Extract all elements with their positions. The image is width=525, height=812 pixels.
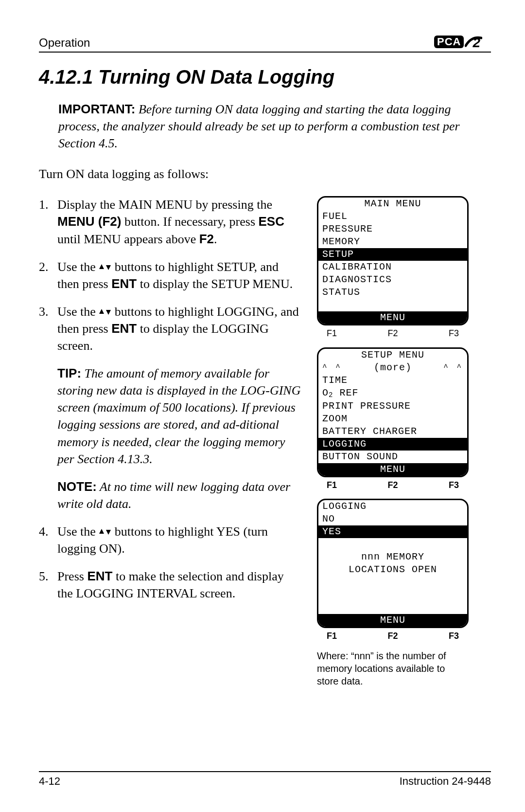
list-item: O2 REF xyxy=(318,387,467,400)
blank-row xyxy=(318,576,467,589)
svg-marker-1 xyxy=(106,265,111,270)
fkey-f1: F1 xyxy=(327,479,337,491)
step-4: 4. Use the buttons to highlight YES (tur… xyxy=(39,523,301,557)
list-item: FUEL xyxy=(318,210,467,223)
logo-2: 2 xyxy=(472,35,480,51)
step-1-esc: ESC xyxy=(259,214,284,229)
step-1g: . xyxy=(214,232,217,246)
svg-marker-4 xyxy=(99,529,104,534)
screen-title: SETUP MENU xyxy=(318,349,467,361)
caret-up-icon: ^ ^ xyxy=(322,361,342,374)
note-prefix: NOTE: xyxy=(57,479,97,494)
memory-line-2: LOCATIONS OPEN xyxy=(318,563,467,576)
svg-marker-3 xyxy=(106,310,111,315)
step-5-ent: ENT xyxy=(87,569,112,583)
screen-main-menu: MAIN MENU FUEL PRESSURE MEMORY SETUP CAL… xyxy=(317,196,469,325)
fkey-f2: F2 xyxy=(387,479,398,491)
step-1a: Display the MAIN MENU by pressing the xyxy=(57,198,272,212)
more-row: ^ ^ (more) ^ ^ xyxy=(318,361,467,374)
list-item: DIAGNOSTICS xyxy=(318,273,467,286)
svg-marker-2 xyxy=(99,309,104,314)
step-4a: Use the xyxy=(57,524,99,539)
step-number: 4. xyxy=(39,523,51,557)
screen-caption: Where: “nnn” is the number of memory loc… xyxy=(317,650,469,687)
tip-block: TIP: The amount of memory available for … xyxy=(57,365,301,468)
page-title: 4.12.1 Turning ON Data Logging xyxy=(39,66,491,88)
screen-title: MAIN MENU xyxy=(318,198,467,210)
tip-text: The amount of memory available for stori… xyxy=(57,366,301,466)
fkey-f2: F2 xyxy=(387,327,398,339)
logo-text: PCA xyxy=(434,36,464,48)
up-down-icon xyxy=(99,305,111,319)
list-item: STATUS xyxy=(318,286,467,299)
list-item: MEMORY xyxy=(318,235,467,248)
step-3: 3. Use the buttons to highlight LOGGING,… xyxy=(39,303,301,354)
blank-row xyxy=(318,589,467,601)
step-1-f2: F2 xyxy=(199,232,214,246)
list-item: PRESSURE xyxy=(318,223,467,235)
list-item: CALIBRATION xyxy=(318,261,467,273)
step-3-ent: ENT xyxy=(111,321,137,336)
step-1c: button. If necessary, press xyxy=(121,215,258,229)
softkey-bar: MENU xyxy=(318,311,467,324)
step-1e: until MENU appears above xyxy=(57,232,199,246)
list-item-selected: YES xyxy=(318,525,467,538)
intro-text: Turn ON data logging as follows: xyxy=(39,165,491,182)
screen-logging: LOGGING NO YES nnn MEMORY LOCATIONS OPEN… xyxy=(317,499,469,628)
step-2d: to display the SETUP MENU. xyxy=(137,277,293,291)
page-header: Operation PCA 2 xyxy=(39,34,491,53)
fkey-f3: F3 xyxy=(449,479,459,491)
fkey-f1: F1 xyxy=(327,327,337,339)
up-down-icon xyxy=(99,524,111,539)
list-item: BATTERY CHARGER xyxy=(318,425,467,438)
important-note: IMPORTANT: Before turning ON data loggin… xyxy=(58,101,491,152)
step-number: 1. xyxy=(39,196,51,247)
step-number: 2. xyxy=(39,258,51,292)
step-5a: Press xyxy=(57,569,87,583)
blank-row xyxy=(318,538,467,551)
tip-prefix: TIP: xyxy=(57,366,81,380)
instruction-number: Instruction 24-9448 xyxy=(400,775,491,788)
step-number: 5. xyxy=(39,568,51,602)
step-number: 3. xyxy=(39,303,51,354)
section-label: Operation xyxy=(39,36,90,50)
fkey-row: F1 F2 F3 xyxy=(317,629,469,642)
fkey-f3: F3 xyxy=(449,630,459,642)
page-footer: 4-12 Instruction 24-9448 xyxy=(39,771,491,788)
list-item: ZOOM xyxy=(318,413,467,425)
step-1-menu: MENU (F2) xyxy=(57,214,121,229)
more-label: (more) xyxy=(374,361,412,374)
fkey-row: F1 F2 F3 xyxy=(317,326,469,339)
fkey-f2: F2 xyxy=(387,630,398,642)
step-3a: Use the xyxy=(57,305,99,319)
list-item-selected: SETUP xyxy=(318,248,467,261)
fkey-row: F1 F2 F3 xyxy=(317,478,469,491)
softkey-bar: MENU xyxy=(318,463,467,476)
step-2: 2. Use the buttons to highlight SETUP, a… xyxy=(39,258,301,292)
list-item-selected: LOGGING xyxy=(318,438,467,451)
svg-marker-0 xyxy=(99,264,104,269)
fkey-f1: F1 xyxy=(327,630,337,642)
note-block: NOTE: At no time will new logging data o… xyxy=(57,478,301,512)
screen-title: LOGGING xyxy=(318,500,467,513)
screen-setup-menu: SETUP MENU ^ ^ (more) ^ ^ TIME O2 REF PR… xyxy=(317,347,469,477)
step-5: 5. Press ENT to make the selection and d… xyxy=(39,568,301,602)
memory-line-1: nnn MEMORY xyxy=(318,551,467,563)
caret-up-icon: ^ ^ xyxy=(443,361,463,374)
step-1: 1. Display the MAIN MENU by pressing the… xyxy=(39,196,301,247)
blank-row xyxy=(318,299,467,311)
logo: PCA 2 xyxy=(434,34,491,50)
svg-marker-5 xyxy=(106,530,111,535)
fkey-f3: F3 xyxy=(449,327,459,339)
blank-row xyxy=(318,601,467,614)
step-2a: Use the xyxy=(57,260,99,274)
up-down-icon xyxy=(99,260,111,274)
list-item: BUTTON SOUND xyxy=(318,451,467,463)
list-item: TIME xyxy=(318,374,467,387)
list-item: PRINT PRESSURE xyxy=(318,400,467,413)
step-2-ent: ENT xyxy=(111,276,137,291)
page-number: 4-12 xyxy=(39,775,60,788)
important-prefix: IMPORTANT: xyxy=(58,102,135,116)
list-item: NO xyxy=(318,513,467,525)
softkey-bar: MENU xyxy=(318,614,467,627)
